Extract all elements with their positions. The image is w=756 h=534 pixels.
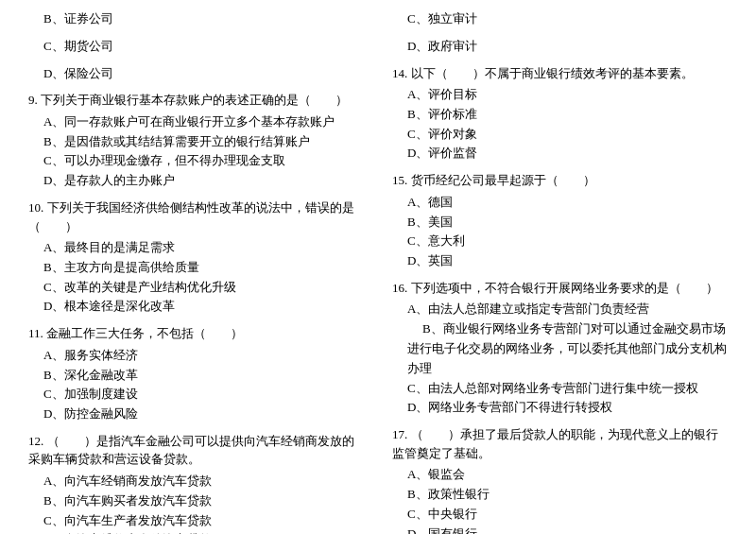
question-15: 15. 货币经纪公司最早起源于（ ） A、德国 B、美国 C、意大利 D、英国: [392, 171, 728, 271]
q16-opt-c: C、由法人总部对网络业务专营部门进行集中统一授权: [392, 379, 728, 399]
option-text: C、期货公司: [28, 37, 364, 57]
question-10: 10. 下列关于我国经济供给侧结构性改革的说法中，错误的是（ ） A、最终目的是…: [28, 198, 364, 317]
q9-opt-a: A、同一存款账户可在商业银行开立多个基本存款账户: [28, 112, 364, 132]
q12-opt-a: A、向汽车经销商发放汽车贷款: [28, 472, 364, 491]
question-9-title: 9. 下列关于商业银行基本存款账户的表述正确的是（ ）: [28, 91, 364, 110]
q9-opt-b: B、是因借款或其结结算需要开立的银行结算账户: [28, 132, 364, 152]
question-11: 11. 金融工作三大任务，不包括（ ） A、服务实体经济 B、深化金融改革 C、…: [28, 324, 364, 424]
page-container: B、证券公司 C、期货公司 D、保险公司 9. 下列关于商业银行基本存款账户的表…: [28, 9, 728, 534]
q16-opt-a: A、由法人总部建立或指定专营部门负责经营: [392, 300, 728, 319]
q11-opt-a: A、服务实体经济: [28, 346, 364, 366]
q11-opt-b: B、深化金融改革: [28, 366, 364, 386]
question-14-title: 14. 以下（ ）不属于商业银行绩效考评的基本要素。: [392, 64, 728, 83]
q12-opt-b: B、向汽车购买者发放汽车贷款: [28, 491, 364, 511]
q10-opt-c: C、改革的关键是产业结构优化升级: [28, 278, 364, 298]
q17-opt-d: D、国有银行: [392, 525, 728, 534]
option-d-gov: D、政府审计: [392, 37, 728, 57]
q16-opt-d: D、网络业务专营部门不得进行转授权: [392, 398, 728, 418]
question-16-title: 16. 下列选项中，不符合银行开展网络业务要求的是（ ）: [392, 279, 728, 298]
q14-opt-b: B、评价标准: [392, 105, 728, 125]
question-11-title: 11. 金融工作三大任务，不包括（ ）: [28, 324, 364, 343]
option-text: D、政府审计: [392, 37, 728, 57]
question-12: 12. （ ）是指汽车金融公司可以提供向汽车经销商发放的采购车辆贷款和营运设备贷…: [28, 432, 364, 534]
option-d-insurance: D、保险公司: [28, 64, 364, 84]
right-column: C、独立审计 D、政府审计 14. 以下（ ）不属于商业银行绩效考评的基本要素。…: [378, 9, 728, 534]
option-text: C、独立审计: [392, 9, 728, 29]
two-column-layout: B、证券公司 C、期货公司 D、保险公司 9. 下列关于商业银行基本存款账户的表…: [28, 9, 728, 534]
question-17-title: 17. （ ）承担了最后贷款人的职能，为现代意义上的银行监管奠定了基础。: [392, 425, 728, 462]
q14-opt-c: C、评价对象: [392, 125, 728, 145]
question-14: 14. 以下（ ）不属于商业银行绩效考评的基本要素。 A、评价目标 B、评价标准…: [392, 64, 728, 164]
q14-opt-d: D、评价监督: [392, 144, 728, 164]
q9-opt-c: C、可以办理现金缴存，但不得办理现金支取: [28, 151, 364, 171]
q15-opt-b: B、美国: [392, 213, 728, 233]
q17-opt-a: A、银监会: [392, 465, 728, 485]
option-c-independent: C、独立审计: [392, 9, 728, 29]
q15-opt-a: A、德国: [392, 193, 728, 213]
q11-opt-c: C、加强制度建设: [28, 385, 364, 405]
q10-opt-b: B、主攻方向是提高供给质量: [28, 258, 364, 278]
question-10-title: 10. 下列关于我国经济供给侧结构性改革的说法中，错误的是（ ）: [28, 198, 364, 235]
option-text: D、保险公司: [28, 64, 364, 84]
q11-opt-d: D、防控金融风险: [28, 405, 364, 424]
q9-opt-d: D、是存款人的主办账户: [28, 171, 364, 191]
q17-opt-b: B、政策性银行: [392, 485, 728, 505]
question-17: 17. （ ）承担了最后贷款人的职能，为现代意义上的银行监管奠定了基础。 A、银…: [392, 425, 728, 534]
q10-opt-a: A、最终目的是满足需求: [28, 238, 364, 258]
q15-opt-d: D、英国: [392, 251, 728, 271]
question-15-title: 15. 货币经纪公司最早起源于（ ）: [392, 171, 728, 190]
q17-opt-c: C、中央银行: [392, 505, 728, 525]
option-c-futures: C、期货公司: [28, 37, 364, 57]
q12-opt-c: C、向汽车生产者发放汽车贷款: [28, 511, 364, 531]
left-column: B、证券公司 C、期货公司 D、保险公司 9. 下列关于商业银行基本存款账户的表…: [28, 9, 378, 534]
question-16: 16. 下列选项中，不符合银行开展网络业务要求的是（ ） A、由法人总部建立或指…: [392, 279, 728, 418]
q14-opt-a: A、评价目标: [392, 85, 728, 105]
question-12-title: 12. （ ）是指汽车金融公司可以提供向汽车经销商发放的采购车辆贷款和营运设备贷…: [28, 432, 364, 469]
question-9: 9. 下列关于商业银行基本存款账户的表述正确的是（ ） A、同一存款账户可在商业…: [28, 91, 364, 191]
option-b-cert: B、证券公司: [28, 9, 364, 29]
option-text: B、证券公司: [28, 9, 364, 29]
q10-opt-d: D、根本途径是深化改革: [28, 297, 364, 317]
q15-opt-c: C、意大利: [392, 232, 728, 251]
q12-opt-d: D、向汽车维修者发放汽车贷款: [28, 530, 364, 534]
q16-opt-b: B、商业银行网络业务专营部门对可以通过金融交易市场进行电子化交易的网络业务，可以…: [392, 319, 728, 378]
